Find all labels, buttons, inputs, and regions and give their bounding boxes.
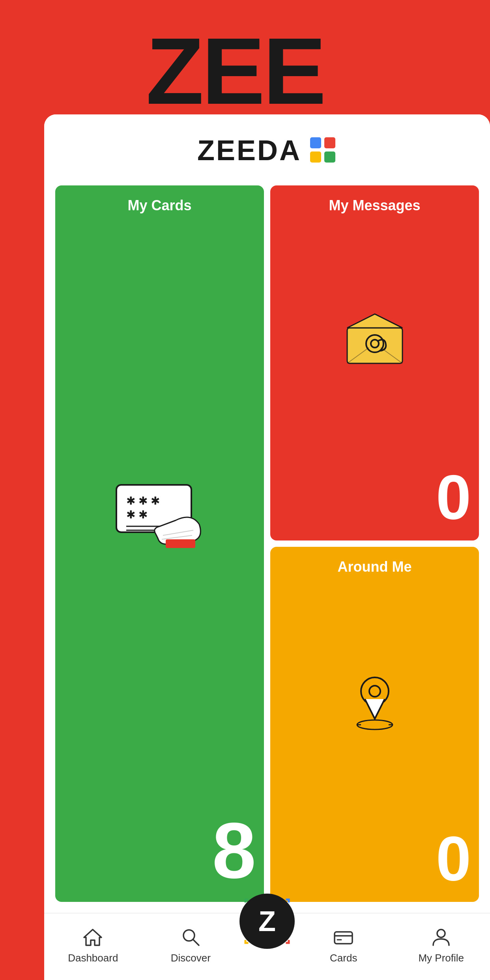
nav-label-dashboard: Dashboard [68,952,118,964]
around-me-count: 0 [436,827,471,890]
svg-text:✱ ✱ ✱: ✱ ✱ ✱ [126,495,160,507]
around-me-icon [343,575,406,827]
background-title: ZEE [146,24,490,118]
phone-container: ZEEDA My Cards [44,114,490,980]
svg-point-19 [357,720,393,729]
nav-item-discover[interactable]: Discover [142,925,240,964]
svg-point-18 [369,686,380,697]
nav-label-cards: Cards [330,952,357,964]
z-center-button[interactable]: Z [239,894,295,949]
svg-point-27 [437,930,445,937]
svg-rect-0 [310,137,321,148]
search-icon [179,925,202,949]
my-cards-count: 8 [212,811,256,890]
nav-label-my-profile: My Profile [418,952,464,964]
profile-icon [429,925,453,949]
nav-label-discover: Discover [171,952,211,964]
svg-rect-2 [310,151,321,163]
nav-item-dashboard[interactable]: Dashboard [44,925,142,964]
svg-rect-24 [335,932,352,944]
my-messages-title: My Messages [278,197,471,214]
svg-line-23 [193,939,199,945]
logo-container: ZEEDA [197,134,337,166]
svg-rect-3 [324,151,335,163]
logo-text: ZEEDA [197,134,301,166]
home-icon [81,925,105,949]
my-cards-tile[interactable]: My Cards ✱ ✱ ✱ ✱ ✱ [55,185,264,902]
svg-rect-11 [166,539,195,548]
dashboard-grid: My Cards ✱ ✱ ✱ ✱ ✱ [44,182,490,913]
my-messages-tile[interactable]: My Messages 0 [270,185,479,540]
svg-rect-12 [347,328,402,363]
my-cards-icon: ✱ ✱ ✱ ✱ ✱ [105,214,215,811]
my-cards-title: My Cards [63,197,256,214]
nav-item-cards[interactable]: Cards [295,925,393,964]
around-me-tile[interactable]: Around Me 0 [270,547,479,902]
svg-rect-1 [324,137,335,148]
bottom-nav: Dashboard Discover [44,913,490,980]
cards-icon [332,925,355,949]
nav-item-my-profile[interactable]: My Profile [393,925,490,964]
around-me-title: Around Me [278,559,471,575]
svg-text:✱ ✱: ✱ ✱ [126,509,148,521]
logo-icon [309,137,337,164]
my-messages-count: 0 [436,466,471,529]
my-messages-icon [343,214,406,466]
app-header: ZEEDA [44,114,490,182]
